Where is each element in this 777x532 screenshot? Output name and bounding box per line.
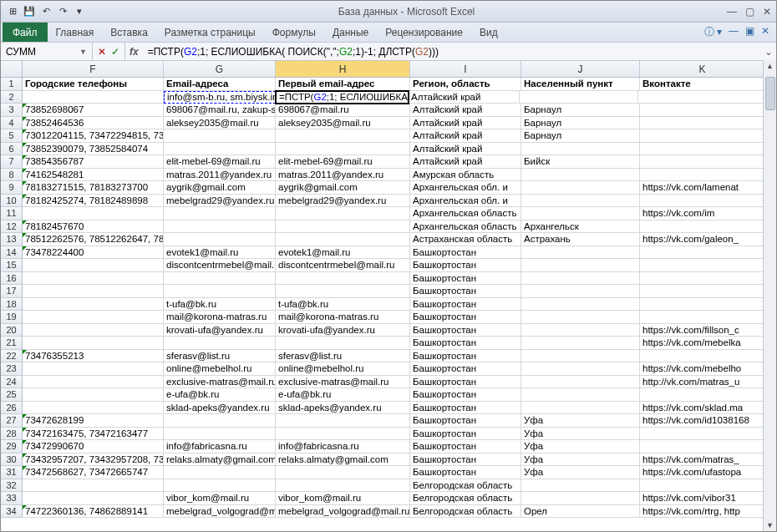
cell-G4[interactable]: aleksey2035@mail.ru: [164, 117, 276, 130]
enter-icon[interactable]: ✓: [111, 46, 119, 58]
maximize-icon[interactable]: ▢: [745, 6, 754, 18]
expand-formula-icon[interactable]: ⌄: [761, 46, 776, 58]
row-header[interactable]: 27: [1, 414, 23, 428]
cell-F6[interactable]: 73852390079, 73852584074: [23, 143, 164, 156]
col-header-H[interactable]: H: [276, 61, 410, 77]
cell-J29[interactable]: Уфа: [521, 440, 640, 453]
cell-F17[interactable]: [23, 285, 164, 298]
save-icon[interactable]: 💾: [23, 5, 36, 18]
cell-J19[interactable]: [521, 311, 640, 324]
cell-G6[interactable]: [164, 143, 276, 156]
cell-K19[interactable]: [640, 311, 765, 324]
cell-H22[interactable]: sferasv@list.ru: [276, 350, 410, 363]
cell-J5[interactable]: Барнаул: [521, 129, 640, 143]
fx-icon[interactable]: fx: [125, 46, 143, 58]
cell-I17[interactable]: Башкортостан: [410, 285, 521, 298]
cell-F28[interactable]: 73472163475, 73472163477: [23, 428, 164, 441]
cell-J23[interactable]: [521, 362, 640, 376]
qat-dropdown-icon[interactable]: ▾: [73, 5, 86, 18]
cell-F18[interactable]: [23, 298, 164, 312]
cell-H2[interactable]: =ПСТР(G2;1; ЕСЛИОШИБКА( ПОИСК(",";G2;1)-…: [275, 90, 409, 105]
grid-rows[interactable]: 1Городские телефоныEmail-адресаПервый em…: [1, 78, 776, 531]
scroll-down-icon[interactable]: ▼: [766, 521, 774, 529]
cell-J26[interactable]: [521, 402, 640, 415]
cell-F4[interactable]: 73852464536: [23, 117, 164, 130]
cell-G30[interactable]: relaks.almaty@gmail.com, rela: [164, 453, 276, 467]
cell-K7[interactable]: [640, 155, 765, 169]
cell-I14[interactable]: Башкортостан: [410, 246, 521, 260]
cell-G28[interactable]: [164, 428, 276, 441]
cell-H15[interactable]: discontcentrmebel@mail.ru: [276, 259, 410, 272]
cell-K9[interactable]: https://vk.com/lamenat: [640, 181, 765, 195]
cell-G24[interactable]: exclusive-matras@mail.ru: [164, 376, 276, 389]
cell-I8[interactable]: Амурская область: [410, 169, 521, 182]
tab-formulas[interactable]: Формулы: [264, 23, 324, 42]
col-header-F[interactable]: F: [23, 61, 164, 77]
cell-F11[interactable]: [23, 207, 164, 220]
cell-G33[interactable]: vibor_kom@mail.ru: [164, 492, 276, 505]
name-box[interactable]: СУММ▼: [1, 43, 93, 60]
cell-J28[interactable]: Уфа: [521, 428, 640, 441]
row-header[interactable]: 21: [1, 337, 23, 350]
cell-F10[interactable]: 78182425274, 78182489898: [23, 195, 164, 208]
cell-H5[interactable]: [276, 129, 410, 143]
cell-F33[interactable]: [23, 492, 164, 505]
col-header-G[interactable]: G: [164, 61, 276, 77]
cell-H6[interactable]: [276, 143, 410, 156]
scroll-thumb[interactable]: [765, 77, 775, 110]
cell-K23[interactable]: https://vk.com/mebelho: [640, 362, 765, 376]
row-header[interactable]: 16: [1, 272, 23, 286]
cell-G5[interactable]: [164, 129, 276, 143]
vertical-scrollbar[interactable]: ▲ ▼: [763, 60, 776, 531]
cell-I15[interactable]: Башкортостан: [410, 259, 521, 272]
file-tab[interactable]: Файл: [3, 23, 48, 42]
cell-K16[interactable]: [640, 272, 765, 286]
cell-K6[interactable]: [640, 143, 765, 156]
cell-I29[interactable]: Башкортостан: [410, 440, 521, 453]
cell-H9[interactable]: aygrik@gmail.com: [276, 181, 410, 195]
cell-K18[interactable]: [640, 298, 765, 312]
row-header[interactable]: 4: [1, 117, 23, 130]
cell-H4[interactable]: aleksey2035@mail.ru: [276, 117, 410, 130]
cell-K28[interactable]: [640, 428, 765, 441]
cell-H17[interactable]: [276, 285, 410, 298]
cell-K25[interactable]: [640, 388, 765, 402]
close-workbook-icon[interactable]: ✕: [761, 25, 769, 39]
cell-H23[interactable]: online@mebelhol.ru: [276, 362, 410, 376]
row-header[interactable]: 17: [1, 285, 23, 298]
cell-I27[interactable]: Башкортостан: [410, 414, 521, 428]
help-icon[interactable]: ⓘ ▾: [704, 25, 722, 39]
cell-G17[interactable]: [164, 285, 276, 298]
row-header[interactable]: 29: [1, 440, 23, 453]
cell-K34[interactable]: https://vk.com/rtrg, http: [640, 505, 765, 519]
worksheet-grid[interactable]: F G H I J K 1Городские телефоныEmail-адр…: [1, 61, 776, 531]
cell-H24[interactable]: exclusive-matras@mail.ru: [276, 376, 410, 389]
cell-H32[interactable]: [276, 479, 410, 493]
cell-G11[interactable]: [164, 207, 276, 220]
cell-G31[interactable]: [164, 466, 276, 479]
cell-H11[interactable]: [276, 207, 410, 220]
tab-data[interactable]: Данные: [324, 23, 377, 42]
cell-G20[interactable]: krovati-ufa@yandex.ru: [164, 324, 276, 337]
cell-I22[interactable]: Башкортостан: [410, 350, 521, 363]
row-header[interactable]: 8: [1, 169, 23, 182]
cell-F3[interactable]: 73852698067: [23, 104, 164, 117]
cell-J24[interactable]: [521, 376, 640, 389]
cell-G9[interactable]: aygrik@gmail.com: [164, 181, 276, 195]
cell-F29[interactable]: 73472990670: [23, 440, 164, 453]
cell-K2[interactable]: [638, 91, 764, 104]
close-icon[interactable]: ✕: [763, 6, 771, 18]
cell-K24[interactable]: http://vk.com/matras_u: [640, 376, 765, 389]
minimize-icon[interactable]: —: [727, 6, 737, 18]
cell-I4[interactable]: Алтайский край: [410, 117, 521, 130]
row-header[interactable]: 32: [1, 479, 23, 493]
cell-I12[interactable]: Архангельская область: [410, 220, 521, 234]
cell-K26[interactable]: https://vk.com/sklad.ma: [640, 402, 765, 415]
row-header[interactable]: 2: [1, 91, 23, 104]
cell-J31[interactable]: Уфа: [521, 466, 640, 479]
cell-K1[interactable]: Вконтакте: [640, 78, 765, 91]
cell-K14[interactable]: [640, 246, 765, 260]
row-header[interactable]: 10: [1, 195, 23, 208]
cell-F27[interactable]: 73472628199: [23, 414, 164, 428]
cell-K20[interactable]: https://vk.com/fillson_c: [640, 324, 765, 337]
